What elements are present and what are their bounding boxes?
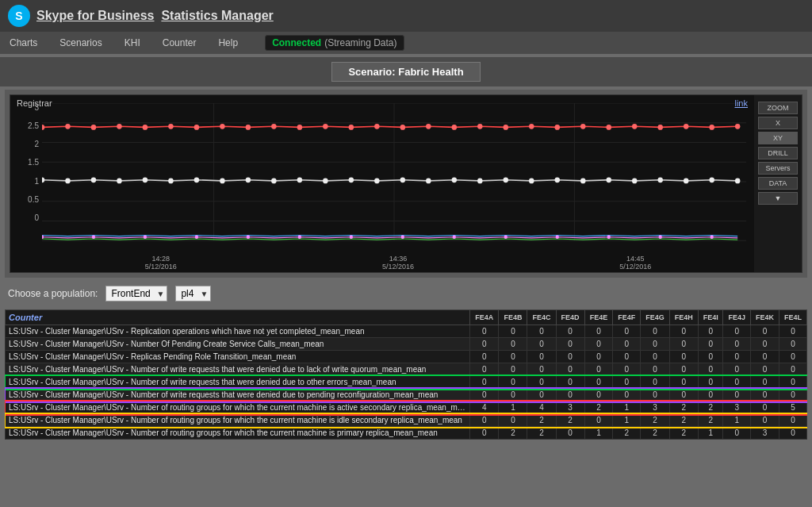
svg-point-44	[168, 179, 173, 184]
value-cell: 1	[698, 427, 723, 440]
value-cell: 0	[669, 363, 698, 376]
col-header-fe4l: FE4L	[779, 310, 806, 325]
value-cell: 0	[556, 363, 584, 376]
svg-point-33	[606, 125, 611, 130]
value-cell: 0	[641, 363, 670, 376]
value-cell: 0	[470, 427, 499, 440]
svg-point-49	[297, 177, 302, 182]
value-cell: 0	[669, 351, 698, 363]
value-cell: 0	[698, 325, 723, 338]
value-cell: 0	[556, 376, 584, 389]
population-select-1[interactable]: FrontEnd BackEnd Edge	[105, 286, 167, 302]
col-header-fe4e: FE4E	[584, 310, 613, 325]
value-cell: 0	[641, 376, 670, 389]
value-cell: 2	[499, 427, 527, 440]
value-cell: 0	[584, 376, 613, 389]
value-cell: 0	[669, 389, 698, 401]
value-cell: 0	[669, 376, 698, 389]
chart-section: Registrar link 3 2.5 2 1.5 1 0.5 0	[5, 90, 807, 278]
value-cell: 3	[556, 401, 584, 414]
value-cell: 0	[527, 376, 556, 389]
value-cell: 0	[779, 363, 806, 376]
population-select-1-wrapper: FrontEnd BackEnd Edge ▼	[105, 286, 167, 302]
svg-point-30	[529, 124, 534, 129]
svg-point-16	[168, 124, 173, 129]
value-cell: 0	[698, 338, 723, 351]
value-cell: 0	[750, 376, 779, 389]
svg-point-68	[92, 236, 95, 240]
svg-point-46	[220, 179, 224, 184]
value-cell: 0	[556, 389, 584, 401]
value-cell: 0	[723, 351, 750, 363]
value-cell: 0	[584, 414, 613, 427]
title-underline: Statistics Manager	[161, 9, 273, 22]
drill-button[interactable]: DRILL	[758, 147, 798, 159]
svg-point-15	[143, 125, 147, 130]
svg-point-80	[710, 236, 714, 240]
connected-label: Connected	[272, 37, 321, 48]
value-cell: 1	[723, 414, 750, 427]
svg-point-41	[91, 177, 96, 182]
nav-scenarios[interactable]: Scenarios	[56, 36, 105, 50]
value-cell: 2	[669, 401, 698, 414]
value-cell: 0	[723, 376, 750, 389]
value-cell: 0	[641, 338, 670, 351]
counter-cell: LS:USrv - Cluster Manager\USrv - Number …	[6, 427, 470, 440]
chart-sidebar: ZOOM X XY DRILL Servers DATA ▼	[754, 95, 802, 272]
counter-column-header: Counter	[6, 310, 470, 325]
col-header-fe4a: FE4A	[470, 310, 499, 325]
svg-point-36	[684, 124, 688, 129]
value-cell: 0	[641, 351, 670, 363]
app-title: Skype for Business Statistics Manager	[36, 9, 274, 23]
value-cell: 0	[584, 351, 613, 363]
svg-point-57	[504, 177, 508, 182]
svg-point-66	[735, 179, 740, 184]
value-cell: 0	[613, 338, 641, 351]
value-cell: 2	[641, 427, 670, 440]
scenario-label: Scenario: Fabric Health	[331, 62, 480, 82]
nav-counter[interactable]: Counter	[159, 36, 200, 50]
svg-point-35	[657, 125, 662, 130]
table-row: LS:USrv - Cluster Manager\USrv - Replica…	[6, 325, 807, 338]
value-cell: 0	[613, 376, 641, 389]
servers-button[interactable]: Servers	[758, 162, 798, 175]
value-cell: 0	[584, 363, 613, 376]
svg-point-11	[42, 125, 44, 130]
svg-point-14	[117, 124, 121, 129]
population-select-2[interactable]: pl4 pl1 pl2 pl3	[175, 286, 211, 302]
svg-point-78	[607, 236, 611, 240]
nav-help[interactable]: Help	[215, 36, 241, 50]
svg-point-12	[65, 124, 70, 129]
x-button[interactable]: X	[758, 117, 798, 129]
value-cell: 0	[527, 351, 556, 363]
nav-charts[interactable]: Charts	[6, 36, 40, 50]
svg-point-59	[555, 177, 560, 182]
value-cell: 0	[556, 427, 584, 440]
table-section: Counter FE4A FE4B FE4C FE4D FE4E FE4F FE…	[5, 309, 807, 440]
nav-bar: Charts Scenarios KHI Counter Help Connec…	[0, 32, 812, 54]
counter-cell: LS:USrv - Cluster Manager\USrv - Number …	[6, 389, 470, 401]
svg-point-24	[374, 124, 379, 129]
svg-point-69	[144, 236, 147, 240]
y-label-3: 3	[13, 103, 39, 112]
svg-point-21	[297, 125, 302, 130]
y-axis: 3 2.5 2 1.5 1 0.5 0	[13, 103, 39, 222]
value-cell: 0	[499, 389, 527, 401]
data-table: Counter FE4A FE4B FE4C FE4D FE4E FE4F FE…	[5, 309, 807, 440]
value-cell: 2	[527, 427, 556, 440]
svg-point-51	[349, 177, 354, 182]
more-button[interactable]: ▼	[758, 192, 798, 205]
chart-link[interactable]: link	[734, 98, 748, 108]
value-cell: 0	[723, 338, 750, 351]
population-select-2-wrapper: pl4 pl1 pl2 pl3 ▼	[175, 286, 211, 302]
data-button[interactable]: DATA	[758, 177, 798, 190]
zoom-button[interactable]: ZOOM	[758, 102, 798, 114]
value-cell: 4	[527, 401, 556, 414]
counter-cell: LS:USrv - Cluster Manager\USrv - Number …	[6, 401, 470, 414]
value-cell: 0	[779, 414, 806, 427]
value-cell: 2	[556, 414, 584, 427]
svg-point-43	[143, 177, 147, 182]
xy-button[interactable]: XY	[758, 132, 798, 144]
nav-khi[interactable]: KHI	[121, 36, 144, 50]
svg-point-55	[452, 177, 457, 182]
